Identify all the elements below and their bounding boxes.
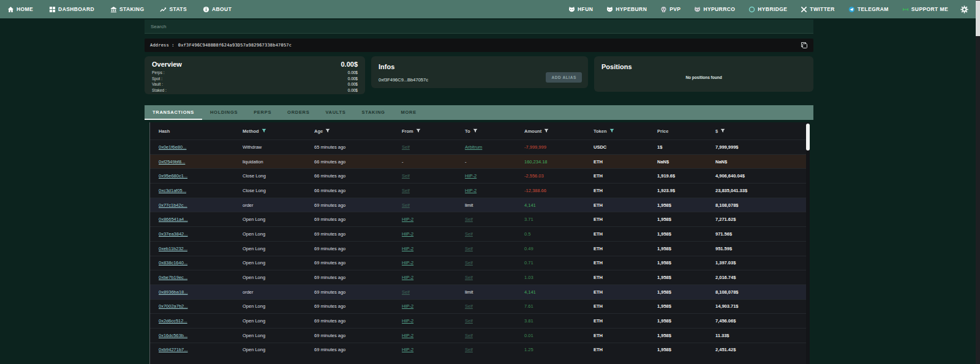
amount-cell: 0.5 bbox=[524, 231, 530, 237]
from-cell[interactable]: HIP-2 bbox=[402, 231, 413, 237]
tx-hash-link[interactable]: 0xeb11b232... bbox=[159, 246, 187, 251]
tx-hash-link[interactable]: 0x37ea3842... bbox=[159, 231, 188, 237]
method-cell: Open Long bbox=[243, 231, 265, 237]
from-cell[interactable]: Self bbox=[402, 289, 410, 295]
to-cell[interactable]: Self bbox=[465, 275, 473, 280]
to-cell[interactable]: Self bbox=[465, 217, 473, 222]
search-input[interactable] bbox=[149, 23, 809, 30]
filter-icon-age[interactable] bbox=[325, 128, 330, 133]
overview-row-value: 0.00$ bbox=[348, 81, 358, 87]
table-scrollbar[interactable] bbox=[806, 122, 810, 364]
from-cell[interactable]: HIP-2 bbox=[402, 303, 413, 309]
method-cell: Open Long bbox=[243, 318, 265, 324]
gear-icon[interactable] bbox=[960, 6, 968, 13]
nav-item-label: HYPEBURN bbox=[616, 6, 647, 12]
from-cell[interactable]: HIP-2 bbox=[402, 246, 413, 251]
from-cell[interactable]: HIP-2 bbox=[402, 318, 413, 324]
filter-icon-amount[interactable] bbox=[544, 128, 549, 133]
tx-hash-link[interactable]: 0x95e680c1... bbox=[159, 173, 187, 179]
from-cell[interactable]: Self bbox=[402, 144, 410, 150]
from-cell[interactable]: Self bbox=[402, 173, 410, 179]
nav-item-stats[interactable]: STATS bbox=[160, 6, 187, 13]
tab-staking[interactable]: STAKING bbox=[354, 105, 393, 120]
main-content: Address : 0xf3F496C9488B8f624a93D57a9829… bbox=[145, 18, 813, 364]
filter-icon--[interactable] bbox=[720, 128, 725, 133]
amount-cell: 1.25 bbox=[524, 347, 533, 352]
filter-icon-from[interactable] bbox=[416, 128, 421, 133]
filter-icon-token[interactable] bbox=[609, 128, 614, 133]
to-cell[interactable]: Arbitrum bbox=[465, 144, 482, 150]
nav-item-label: HFUN bbox=[578, 6, 593, 12]
tx-hash-link[interactable]: 0xb94271b7... bbox=[159, 347, 188, 352]
address-value: 0xf3F496C9488B8f624a93D57a982967338b4705… bbox=[178, 43, 292, 48]
tx-hash-link[interactable]: 0xc3d1af05... bbox=[159, 188, 186, 193]
nav-item-hybridge[interactable]: HYBRIDGE bbox=[748, 6, 787, 13]
nav-item-home[interactable]: HOME bbox=[7, 6, 33, 13]
tx-hash-link[interactable]: 0xf2549bf8... bbox=[159, 159, 185, 165]
price-cell: 1,958$ bbox=[657, 275, 671, 280]
tab-holdings[interactable]: HOLDINGS bbox=[202, 105, 246, 120]
usd-cell: 2,451.42$ bbox=[715, 347, 736, 352]
nav-item-hfun[interactable]: HFUN bbox=[568, 6, 593, 13]
tx-hash-link[interactable]: 0x16dc563b... bbox=[159, 333, 187, 338]
token-cell: ETH bbox=[594, 303, 603, 309]
to-cell[interactable]: Self bbox=[465, 246, 473, 251]
copy-icon[interactable] bbox=[801, 42, 808, 49]
tx-hash-link[interactable]: 0x77c1b42c... bbox=[159, 202, 187, 208]
outer-scrollbar-thumb[interactable] bbox=[976, 1, 980, 36]
filter-icon-method[interactable] bbox=[262, 128, 266, 133]
tab-orders[interactable]: ORDERS bbox=[279, 105, 317, 120]
nav-item-hypurrco[interactable]: HYPURRCO bbox=[694, 6, 735, 13]
to-cell[interactable]: Self bbox=[465, 303, 473, 309]
tab-more[interactable]: MORE bbox=[393, 105, 424, 120]
from-cell[interactable]: HIP-2 bbox=[402, 275, 413, 280]
from-cell[interactable]: Self bbox=[402, 202, 410, 208]
to-cell[interactable]: HIP-2 bbox=[465, 173, 477, 179]
table-header-row: HashMethodAgeFromToAmountTokenPrice$ bbox=[150, 122, 810, 139]
nav-item-support-me[interactable]: SUPPORT ME bbox=[902, 6, 948, 13]
to-cell[interactable]: HIP-2 bbox=[465, 188, 477, 193]
from-cell[interactable]: HIP-2 bbox=[402, 260, 413, 266]
tab-vaults[interactable]: VAULTS bbox=[317, 105, 353, 120]
to-cell[interactable]: Self bbox=[465, 231, 473, 237]
nav-item-staking[interactable]: STAKING bbox=[110, 6, 144, 13]
nav-item-twitter[interactable]: TWITTER bbox=[801, 6, 835, 13]
nav-item-pvp[interactable]: PVP bbox=[660, 6, 680, 13]
tx-hash-link[interactable]: 0x838c1640... bbox=[159, 260, 187, 266]
to-cell[interactable]: Self bbox=[465, 318, 473, 324]
from-cell[interactable]: HIP-2 bbox=[402, 217, 413, 222]
nav-item-about[interactable]: ABOUT bbox=[203, 6, 232, 13]
nav-item-telegram[interactable]: TELEGRAM bbox=[848, 6, 889, 13]
add-alias-button[interactable]: ADD ALIAS bbox=[546, 72, 582, 83]
table-scrollbar-thumb[interactable] bbox=[806, 124, 810, 150]
tx-hash-link[interactable]: 0x8936ba18... bbox=[159, 289, 188, 295]
from-cell[interactable]: HIP-2 bbox=[402, 333, 413, 338]
from-cell[interactable]: HIP-2 bbox=[402, 347, 413, 352]
dashboard-icon bbox=[49, 6, 56, 13]
nav-item-label: DASHBOARD bbox=[58, 6, 94, 12]
age-cell: 69 minutes ago bbox=[314, 260, 345, 266]
age-cell: 69 minutes ago bbox=[314, 303, 345, 309]
tx-hash-link[interactable]: 0x866541a4... bbox=[159, 217, 188, 222]
tx-hash-link[interactable]: 0x0e1f6e80... bbox=[159, 144, 186, 150]
to-cell[interactable]: Self bbox=[465, 333, 473, 338]
price-cell: 1,958$ bbox=[657, 333, 671, 338]
filter-icon-to[interactable] bbox=[473, 128, 478, 133]
table-row: 0xbe7b19ec...Open Long69 minutes agoHIP-… bbox=[150, 270, 810, 284]
tx-hash-link[interactable]: 0xbe7b19ec... bbox=[159, 275, 187, 280]
token-cell: ETH bbox=[594, 246, 603, 251]
tab-perps[interactable]: PERPS bbox=[246, 105, 279, 120]
hypurrco-icon bbox=[694, 6, 701, 13]
nav-item-hypeburn[interactable]: HYPEBURN bbox=[606, 6, 647, 13]
table-row: 0x37ea3842...Open Long69 minutes agoHIP-… bbox=[150, 226, 810, 241]
nav-item-label: PVP bbox=[669, 6, 680, 12]
to-cell[interactable]: Self bbox=[465, 347, 473, 352]
tx-hash-link[interactable]: 0x7002a7b2... bbox=[159, 303, 188, 309]
tx-hash-link[interactable]: 0x2d6cc512... bbox=[159, 318, 187, 324]
tab-transactions[interactable]: TRANSACTIONS bbox=[145, 105, 202, 120]
from-cell[interactable]: Self bbox=[402, 188, 410, 193]
search-bar[interactable] bbox=[145, 20, 813, 34]
to-cell[interactable]: Self bbox=[465, 260, 473, 266]
nav-item-dashboard[interactable]: DASHBOARD bbox=[49, 6, 94, 13]
outer-scrollbar[interactable] bbox=[976, 0, 980, 364]
